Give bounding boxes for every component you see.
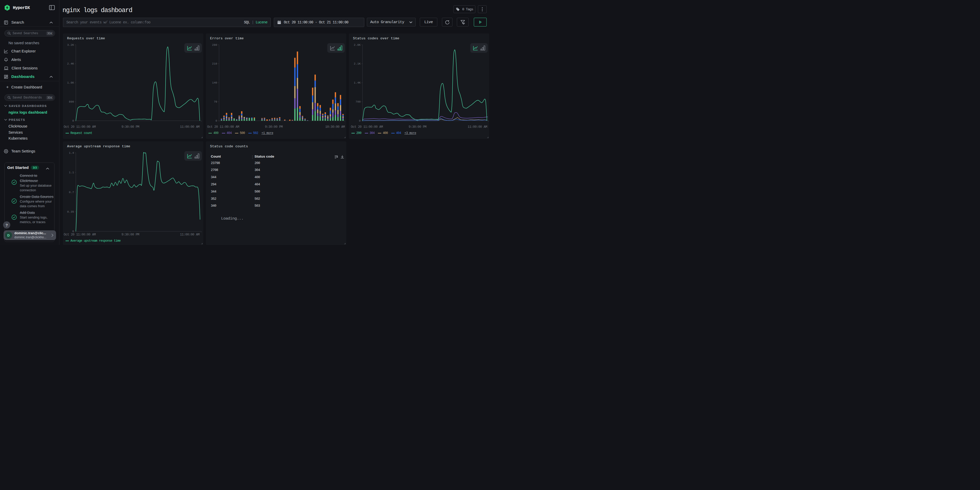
svg-text:1.4K: 1.4K [354,81,361,84]
svg-text:0.7: 0.7 [69,191,74,194]
svg-text:140: 140 [212,81,217,84]
svg-text:9:30:00 PM: 9:30:00 PM [121,233,139,237]
svg-text:0: 0 [72,230,74,233]
svg-text:9:30:00 PM: 9:30:00 PM [265,125,283,129]
svg-text:9:30:00 PM: 9:30:00 PM [121,125,139,129]
svg-text:2.4K: 2.4K [67,62,74,65]
svg-text:Oct 20 11:00:00 AM: Oct 20 11:00:00 AM [64,233,95,237]
svg-text:280: 280 [212,43,217,46]
svg-text:0: 0 [72,119,74,123]
svg-text:2.8K: 2.8K [354,43,361,46]
svg-text:10:30:00 AM: 10:30:00 AM [325,125,345,129]
svg-text:2.1K: 2.1K [354,62,361,65]
svg-text:70: 70 [214,100,217,103]
svg-text:Oct 20 11:00:00 AM: Oct 20 11:00:00 AM [207,125,239,129]
svg-text:Oct 20 11:00:00 AM: Oct 20 11:00:00 AM [64,125,95,129]
svg-text:210: 210 [212,62,217,65]
svg-text:800: 800 [69,100,74,103]
svg-text:0.35: 0.35 [67,210,74,213]
svg-text:0: 0 [215,119,217,123]
svg-text:1.6K: 1.6K [67,81,74,84]
svg-text:0: 0 [359,119,361,123]
svg-text:11:00:00 AM: 11:00:00 AM [180,125,199,129]
svg-text:1.1: 1.1 [69,171,74,174]
svg-text:11:00:00 AM: 11:00:00 AM [180,233,199,237]
svg-text:3.2K: 3.2K [67,43,74,46]
svg-text:Oct 20 11:00:00 AM: Oct 20 11:00:00 AM [351,125,383,129]
svg-text:700: 700 [356,100,361,103]
svg-text:9:30:00 PM: 9:30:00 PM [409,125,426,129]
svg-text:11:00:00 AM: 11:00:00 AM [468,125,487,129]
svg-text:1.4: 1.4 [69,151,74,154]
